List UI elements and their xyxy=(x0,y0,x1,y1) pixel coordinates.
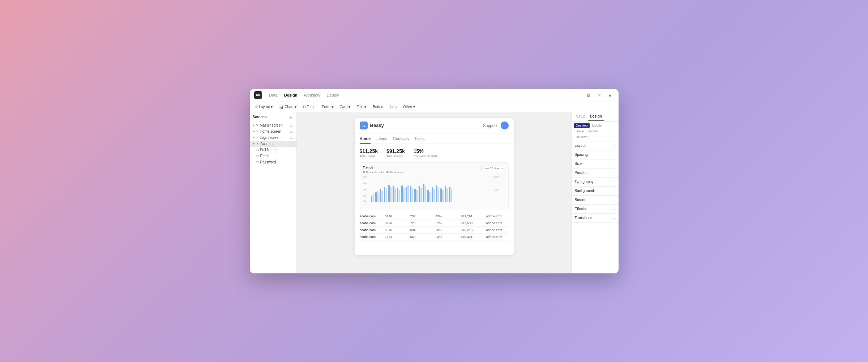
panel-section-background[interactable]: Background + xyxy=(572,187,619,196)
panel-section-transitions[interactable]: Transitions + xyxy=(572,214,619,223)
nav-tab-deploy[interactable]: Deploy xyxy=(324,92,342,98)
sidebar-item-password[interactable]: ⊟ Password xyxy=(250,159,296,165)
table-icon: ⊟ xyxy=(303,105,306,109)
stat-total-deals: $91.25k Total Deals xyxy=(386,148,405,158)
svg-rect-41 xyxy=(433,189,435,202)
panel-section-layout[interactable]: Layout + xyxy=(572,141,619,150)
state-tab-selected[interactable]: Selected xyxy=(574,135,590,140)
preview-card: be Beasy Support Home Leads Contacts Tas… xyxy=(355,118,514,255)
svg-rect-31 xyxy=(412,188,413,202)
toolbar: ⊞ Layout ▾ 📊 Chart ▾ ⊟ Table Form ▾ Card… xyxy=(250,102,619,112)
sidebar-header: Screens + xyxy=(250,112,296,122)
svg-text:20k: 20k xyxy=(363,195,367,197)
help-icon[interactable]: ? xyxy=(595,91,603,99)
legend-dot-views xyxy=(386,171,389,173)
svg-rect-37 xyxy=(425,186,426,202)
stat-conversion-rate: 15% Conversion Rate xyxy=(414,148,438,158)
table-row: adobe.com 3746 752 43% $19,291 adobe.com xyxy=(360,213,509,220)
plus-icon: + xyxy=(612,216,615,221)
cell-col5: $19,291 xyxy=(461,214,483,218)
toolbar-button[interactable]: Button xyxy=(370,104,386,110)
panel-section-typography[interactable]: Typography + xyxy=(572,178,619,187)
sidebar-item-full-name[interactable]: ⊟ Full Name xyxy=(250,147,296,153)
more-icon[interactable]: … xyxy=(290,123,294,127)
sidebar-item-label: Master screen xyxy=(260,123,283,127)
svg-rect-27 xyxy=(403,188,405,202)
sidebar-item-label: Email xyxy=(260,154,269,158)
plus-icon: + xyxy=(612,188,615,193)
nav-tab-design[interactable]: Design xyxy=(281,92,300,98)
field-icon: ⊟ xyxy=(256,148,259,152)
chart-icon: 📊 xyxy=(279,105,283,109)
panel-section-label: Border xyxy=(575,198,586,202)
more-icon[interactable]: … xyxy=(290,129,294,133)
cell-col5: $16,421 xyxy=(461,235,483,239)
preview-tab-tasks[interactable]: Tasks xyxy=(414,136,424,144)
toolbar-other[interactable]: Other ▾ xyxy=(401,104,418,110)
panel-section-spacing[interactable]: Spacing + xyxy=(572,150,619,159)
sidebar-item-login-screen[interactable]: ▶ ✕ Login screen … xyxy=(250,135,296,141)
svg-rect-16 xyxy=(380,189,381,202)
toolbar-layout[interactable]: ⊞ Layout ▾ xyxy=(253,104,275,110)
more-icon[interactable]: … xyxy=(290,136,294,140)
svg-rect-28 xyxy=(406,187,407,202)
cell-domain: adobe.com xyxy=(360,228,382,232)
toolbar-form[interactable]: Form ▾ xyxy=(319,104,335,110)
plus-icon: + xyxy=(612,161,615,166)
sidebar-item-master-screen[interactable]: ▶ ✕ Master screen … xyxy=(250,122,296,128)
preview-tab-contacts[interactable]: Contacts xyxy=(393,136,409,144)
nav-icons: ⚙ ? ● xyxy=(585,91,614,99)
svg-rect-32 xyxy=(414,189,416,202)
cell-col6: adobe.com xyxy=(486,221,509,225)
cell-col6: adobe.com xyxy=(486,214,509,218)
toolbar-card[interactable]: Card ▾ xyxy=(337,104,353,110)
svg-rect-12 xyxy=(371,196,372,202)
gear-icon[interactable]: ⚙ xyxy=(585,91,593,99)
chart-filter-dropdown[interactable]: Last 30 days ▾ xyxy=(481,166,505,171)
tab-setup[interactable]: Setup xyxy=(574,112,588,121)
panel-section-label: Effects xyxy=(575,207,586,211)
panel-section-label: Spacing xyxy=(575,153,588,157)
svg-rect-26 xyxy=(401,186,403,202)
panel-section-effects[interactable]: Effects + xyxy=(572,205,619,214)
table-row: adobe.com 1173 645 24% $16,421 adobe.com xyxy=(360,234,509,240)
tab-design[interactable]: Design xyxy=(588,112,604,121)
sidebar-item-account[interactable]: ▼ ✕ Account … xyxy=(250,141,296,147)
left-sidebar: Screens + ▶ ✕ Master screen … ▶ ✕ Home s… xyxy=(250,112,297,273)
stat-label: Total Deals xyxy=(386,154,405,158)
nav-tab-data[interactable]: Data xyxy=(266,92,281,98)
state-tab-desktop[interactable]: Desktop xyxy=(574,123,590,128)
nav-tab-workflow[interactable]: Workflow xyxy=(301,92,323,98)
preview-tab-home[interactable]: Home xyxy=(360,136,371,144)
more-icon[interactable]: … xyxy=(290,142,294,146)
user-icon[interactable]: ● xyxy=(606,91,614,99)
toolbar-text[interactable]: Text ▾ xyxy=(354,104,369,110)
expand-arrow-icon: ▼ xyxy=(253,142,255,145)
preview-support-label: Support xyxy=(483,123,497,128)
plus-icon: + xyxy=(612,197,615,203)
table-row: adobe.com 8126 728 32% $17,638 adobe.com xyxy=(360,220,509,227)
panel-section-label: Background xyxy=(575,189,594,193)
toolbar-chart[interactable]: 📊 Chart ▾ xyxy=(277,104,299,110)
panel-section-size[interactable]: Size + xyxy=(572,159,619,169)
state-tab-hover[interactable]: Hover xyxy=(574,129,586,134)
panel-section-border[interactable]: Border + xyxy=(572,196,619,205)
svg-text:50k: 50k xyxy=(363,176,367,178)
add-screen-button[interactable]: + xyxy=(288,115,294,120)
svg-text:40k: 40k xyxy=(363,182,367,184)
plus-icon: + xyxy=(612,206,615,212)
preview-tab-leads[interactable]: Leads xyxy=(376,136,387,144)
state-tab-mobile[interactable]: Mobile xyxy=(590,123,604,128)
state-tab-active[interactable]: Active xyxy=(587,129,600,134)
panel-section-position[interactable]: Position + xyxy=(572,169,619,178)
main-body: Screens + ▶ ✕ Master screen … ▶ ✕ Home s… xyxy=(250,112,619,273)
cell-col3: 752 xyxy=(410,214,433,218)
nav-tabs: Data Design Workflow Deploy xyxy=(266,92,342,98)
screen-icon: ✕ xyxy=(256,130,258,133)
sidebar-item-email[interactable]: ⊟ Email xyxy=(250,153,296,159)
legend-item-views: Total views xyxy=(386,171,404,174)
preview-tabs: Home Leads Contacts Tasks xyxy=(355,133,514,144)
sidebar-item-home-screen[interactable]: ▶ ✕ Home screen … xyxy=(250,128,296,135)
toolbar-table[interactable]: ⊟ Table xyxy=(300,104,318,110)
toolbar-icon[interactable]: Icon xyxy=(387,104,399,110)
